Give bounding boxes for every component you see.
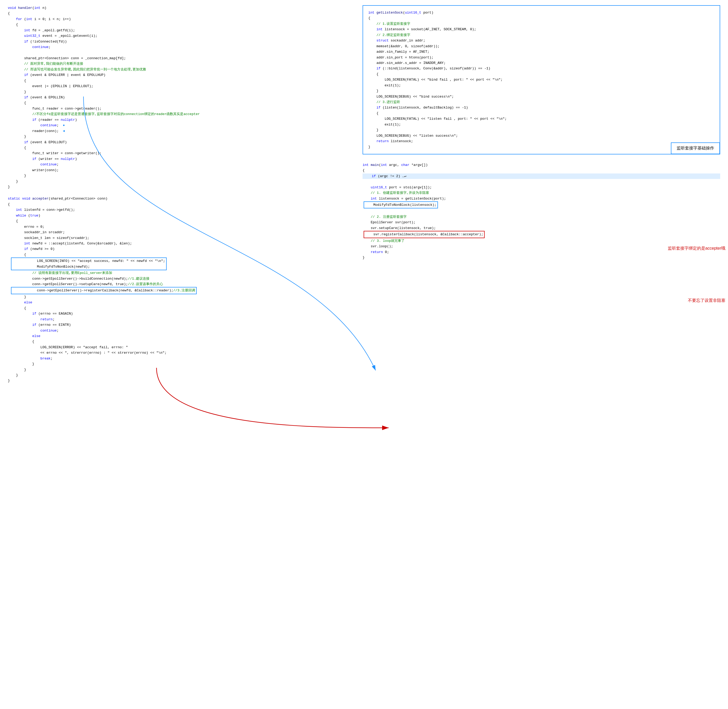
main-section: int main(int argc, char *argv[]) { if (a…	[363, 162, 720, 260]
accepter-code: static void accepter(shared_ptr<Connecti…	[8, 196, 352, 384]
getlistensock-box: int getListenSock(uint16_t port) { // 1.…	[363, 5, 720, 155]
right-column: int getListenSock(uint16_t port) { // 1.…	[357, 5, 720, 390]
page-container: void handler(int n) { for (int i = 0; i …	[0, 0, 728, 709]
accepter-section: static void accepter(shared_ptr<Connecti…	[8, 196, 352, 384]
accepter-annotation: 监听套接字绑定的是accepter哦	[668, 246, 725, 251]
listenSock-annotation: 监听套接字基础操作	[671, 142, 720, 154]
main-code: int main(int argc, char *argv[]) { if (a…	[363, 162, 720, 260]
handler-section: void handler(int n) { for (int i = 0; i …	[8, 5, 352, 190]
getlistensock-code: int getListenSock(uint16_t port) { // 1.…	[368, 10, 715, 150]
left-column: void handler(int n) { for (int i = 0; i …	[8, 5, 357, 390]
nonblock-annotation: 不要忘了设置非阻塞	[688, 298, 725, 303]
handler-code: void handler(int n) { for (int i = 0; i …	[8, 5, 352, 190]
